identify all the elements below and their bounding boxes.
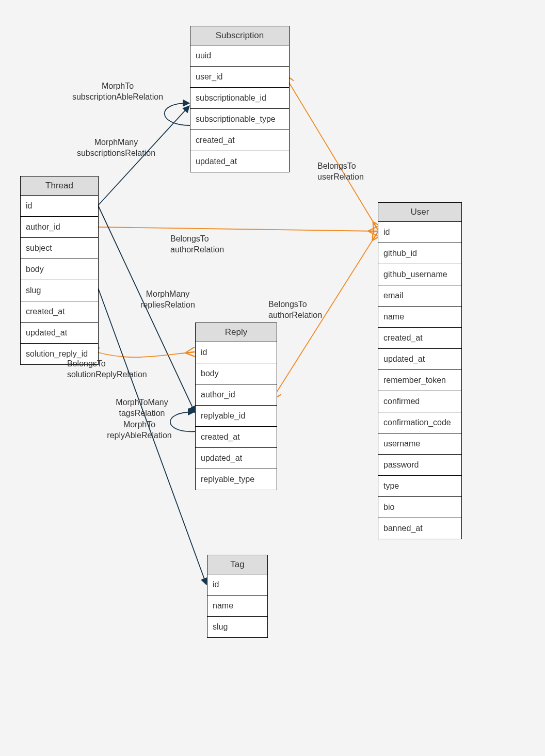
entity-header: Thread xyxy=(21,176,98,196)
relation-label: BelongsTo authorRelation xyxy=(268,299,341,321)
field-row: updated_at xyxy=(196,447,277,469)
field-row: updated_at xyxy=(190,151,289,172)
field-row: updated_at xyxy=(21,322,98,343)
field-row: username xyxy=(378,433,461,454)
relation-label: MorphTo subscriptionAbleRelation xyxy=(61,81,174,103)
field-row: created_at xyxy=(378,327,461,348)
field-row: confirmation_code xyxy=(378,412,461,433)
er-diagram-canvas: Subscription uuid user_id subscriptionab… xyxy=(0,0,545,756)
field-row: type xyxy=(378,475,461,496)
field-row: user_id xyxy=(190,66,289,87)
entity-subscription: Subscription uuid user_id subscriptionab… xyxy=(190,26,290,172)
entity-tag: Tag id name slug xyxy=(207,555,268,638)
entity-header: Tag xyxy=(207,555,267,574)
field-row: author_id xyxy=(21,216,98,237)
field-row: password xyxy=(378,454,461,475)
entity-header: User xyxy=(378,203,461,222)
relation-label: MorphMany repliesRelation xyxy=(129,289,206,311)
field-row: bio xyxy=(378,496,461,518)
field-row: body xyxy=(196,363,277,384)
entity-user: User id github_id github_username email … xyxy=(378,202,462,539)
entity-header: Subscription xyxy=(190,26,289,45)
relation-label: MorphToMany tagsRelation xyxy=(101,397,183,419)
relation-label: MorphTo replyAbleRelation xyxy=(90,420,188,441)
field-row: slug xyxy=(207,616,267,637)
entity-reply: Reply id body author_id replyable_id cre… xyxy=(195,323,277,490)
field-row: remember_token xyxy=(378,369,461,391)
relation-label: MorphMany subscriptionsRelation xyxy=(59,137,173,159)
relation-label: BelongsTo solutionReplyRelation xyxy=(67,359,170,380)
field-row: created_at xyxy=(21,301,98,322)
entity-header: Reply xyxy=(196,323,277,342)
field-row: github_username xyxy=(378,264,461,285)
relation-label: BelongsTo authorRelation xyxy=(170,234,253,255)
field-row: confirmed xyxy=(378,391,461,412)
field-row: github_id xyxy=(378,243,461,264)
field-row: id xyxy=(21,196,98,216)
field-row: subject xyxy=(21,237,98,259)
field-row: created_at xyxy=(196,426,277,447)
field-row: updated_at xyxy=(378,348,461,369)
field-row: name xyxy=(378,306,461,327)
field-row: replyable_type xyxy=(196,469,277,490)
field-row: id xyxy=(378,222,461,243)
relation-label: BelongsTo userRelation xyxy=(317,161,395,183)
field-row: name xyxy=(207,595,267,616)
field-row: id xyxy=(207,574,267,595)
field-row: banned_at xyxy=(378,518,461,539)
field-row: subscriptionable_id xyxy=(190,87,289,108)
field-row: email xyxy=(378,285,461,306)
field-row: slug xyxy=(21,280,98,301)
entity-thread: Thread id author_id subject body slug cr… xyxy=(20,176,99,365)
field-row: subscriptionable_type xyxy=(190,108,289,130)
field-row: replyable_id xyxy=(196,405,277,426)
field-row: uuid xyxy=(190,45,289,66)
field-row: created_at xyxy=(190,130,289,151)
field-row: body xyxy=(21,259,98,280)
field-row: author_id xyxy=(196,384,277,405)
field-row: id xyxy=(196,342,277,363)
